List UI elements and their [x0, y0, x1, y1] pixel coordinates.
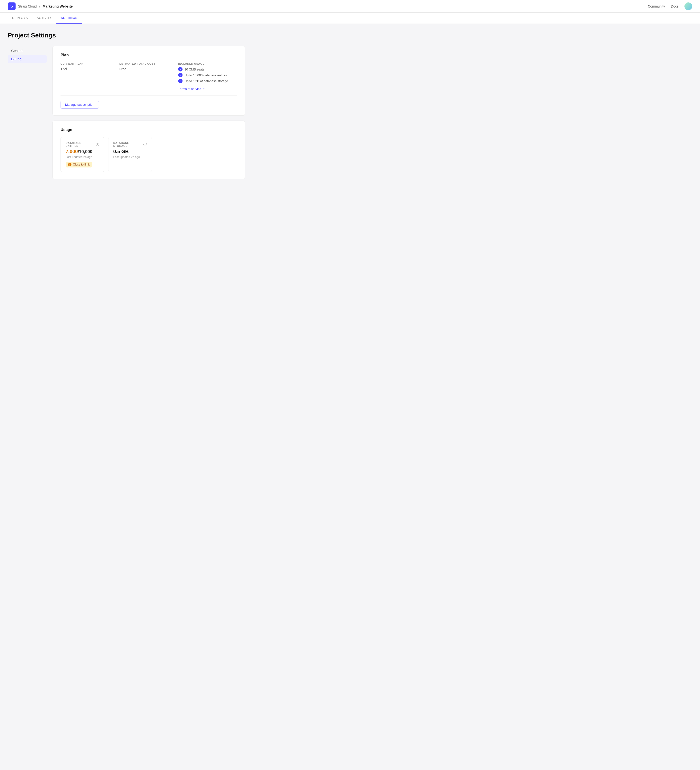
tab-deploys[interactable]: DEPLOYS	[8, 13, 32, 24]
db-storage-info-icon[interactable]: i	[144, 143, 147, 146]
manage-subscription-button[interactable]: Manage subscription	[60, 100, 99, 108]
usage-item-0: 10 CMS seats	[178, 67, 237, 71]
external-link-icon: ↗	[202, 87, 205, 91]
db-storage-label: DATABASE STORAGE i	[113, 141, 147, 147]
breadcrumb-separator: /	[39, 4, 40, 8]
db-entries-info-icon[interactable]: i	[96, 143, 99, 146]
avatar[interactable]	[684, 2, 692, 10]
page-title: Project Settings	[8, 32, 245, 39]
current-plan-col: CURRENT PLAN Trial	[60, 62, 120, 91]
close-to-limit-badge: ! Close to limit	[66, 162, 92, 167]
db-storage-value: 0.5 GB	[113, 149, 147, 154]
db-entries-label: DATABASE ENTRIES i	[66, 141, 99, 147]
db-entries-value: 7,000/10,000	[66, 149, 99, 154]
database-entries-box: DATABASE ENTRIES i 7,000/10,000 Last upd…	[60, 137, 104, 172]
sidebar-item-billing[interactable]: Billing	[8, 55, 47, 63]
plan-grid: CURRENT PLAN Trial ESTIMATED TOTAL COST …	[60, 62, 237, 91]
db-entries-updated: Last updated 2h ago	[66, 155, 99, 159]
sidebar-item-general[interactable]: General	[8, 47, 47, 55]
terms-of-service-link[interactable]: Terms of service ↗	[178, 87, 205, 91]
plan-divider	[60, 95, 237, 96]
db-entries-total: /10,000	[78, 149, 92, 154]
check-icon-0	[178, 67, 183, 71]
included-usage-label: INCLUDED USAGE	[178, 62, 237, 65]
tab-activity[interactable]: ACTIVITY	[32, 13, 57, 24]
estimated-cost-label: ESTIMATED TOTAL COST	[120, 62, 178, 65]
current-plan-value: Trial	[60, 67, 120, 71]
database-storage-box: DATABASE STORAGE i 0.5 GB Last updated 2…	[108, 137, 152, 172]
usage-grid: DATABASE ENTRIES i 7,000/10,000 Last upd…	[60, 137, 237, 172]
estimated-cost-col: ESTIMATED TOTAL COST Free	[120, 62, 178, 91]
current-plan-label: CURRENT PLAN	[60, 62, 120, 65]
tabs-bar: DEPLOYS ACTIVITY SETTINGS	[0, 13, 700, 24]
db-entries-current: 7,000	[66, 149, 78, 154]
plan-card: Plan CURRENT PLAN Trial ESTIMATED TOTAL …	[52, 46, 245, 116]
nav-right: Community Docs	[648, 2, 692, 10]
included-usage-list: 10 CMS seats Up to 10,000 database entri…	[178, 67, 237, 83]
included-usage-col: INCLUDED USAGE 10 CMS seats Up to 10,000…	[178, 62, 237, 91]
nav-left: S Strapi Cloud / Marketing Website	[8, 2, 73, 10]
top-navigation: S Strapi Cloud / Marketing Website Commu…	[0, 0, 700, 13]
content-layout: General Billing Plan CURRENT PLAN Trial …	[8, 46, 245, 179]
cards-area: Plan CURRENT PLAN Trial ESTIMATED TOTAL …	[52, 46, 245, 179]
project-name: Marketing Website	[43, 4, 73, 8]
settings-sidebar: General Billing	[8, 46, 47, 179]
usage-card-title: Usage	[60, 128, 237, 132]
main-content: Project Settings General Billing Plan CU…	[0, 24, 253, 187]
check-icon-2	[178, 79, 183, 83]
usage-item-2: Up to 1GB of database storage	[178, 79, 237, 83]
usage-card: Usage DATABASE ENTRIES i 7,000/10,000 La…	[52, 121, 245, 179]
estimated-cost-value: Free	[120, 67, 178, 71]
tab-settings[interactable]: SETTINGS	[57, 13, 82, 24]
docs-link[interactable]: Docs	[671, 4, 679, 8]
check-icon-1	[178, 73, 183, 77]
community-link[interactable]: Community	[648, 4, 665, 8]
db-storage-updated: Last updated 2h ago	[113, 155, 147, 159]
brand-label: Strapi Cloud	[18, 4, 37, 8]
usage-item-1: Up to 10,000 database entries	[178, 73, 237, 77]
strapi-logo[interactable]: S	[8, 2, 16, 10]
plan-card-title: Plan	[60, 53, 237, 57]
warning-icon: !	[68, 163, 71, 166]
